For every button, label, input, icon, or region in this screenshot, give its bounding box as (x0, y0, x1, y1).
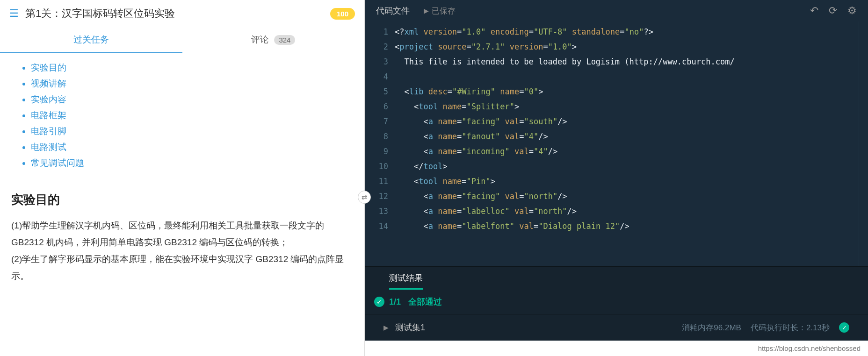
minimap[interactable] (859, 21, 868, 266)
level-title: 第1关：汉字国标码转区位码实验 (25, 7, 330, 21)
test-set-name: 测试集1 (395, 322, 425, 333)
result-meta: 消耗内存96.2MB 代码执行时长：2.13秒 ✓ (682, 322, 849, 333)
undo-icon[interactable]: ↶ (810, 5, 818, 17)
tab-comments[interactable]: 评论 324 (182, 27, 365, 53)
code-line: This file is intended to be loaded by Lo… (395, 54, 859, 69)
pass-status: 全部通过 (408, 296, 442, 307)
toc-list: 实验目的视频讲解实验内容电路框架电路引脚电路测试常见调试问题 (11, 62, 353, 169)
task-header: ☰ 第1关：汉字国标码转区位码实验 100 (0, 0, 364, 27)
editor-panel: 代码文件 已保存 ↶ ⟳ ⚙ 1234567891011121314 <?xml… (365, 0, 868, 356)
task-tabs: 过关任务 评论 324 (0, 27, 364, 53)
code-line: <project source="2.7.1" version="1.0"> (395, 39, 859, 54)
chevron-right-icon: ▶ (383, 324, 389, 331)
row-check-icon: ✓ (839, 322, 849, 333)
line-number: 8 (365, 129, 395, 144)
toc-link[interactable]: 电路引脚 (31, 126, 66, 136)
toc-item: 电路引脚 (31, 125, 353, 137)
editor-header: 代码文件 已保存 ↶ ⟳ ⚙ (365, 0, 868, 21)
check-icon: ✓ (374, 297, 384, 307)
refresh-icon[interactable]: ⟳ (829, 5, 837, 17)
toc-item: 视频讲解 (31, 78, 353, 90)
code-line: </tool> (395, 159, 859, 174)
toc-link[interactable]: 实验内容 (31, 94, 66, 104)
code-line: <tool name="Splitter"> (395, 99, 859, 114)
line-number: 4 (365, 69, 395, 84)
toc-item: 电路框架 (31, 109, 353, 121)
result-summary: ✓ 1/1 全部通过 (365, 290, 868, 314)
line-gutter: 1234567891011121314 (365, 21, 395, 266)
collapse-handle-icon[interactable]: ⇄ (358, 191, 371, 204)
toc-item: 实验目的 (31, 62, 353, 74)
line-number: 9 (365, 144, 395, 159)
task-panel: ☰ 第1关：汉字国标码转区位码实验 100 过关任务 评论 324 实验目的视频… (0, 0, 365, 356)
line-number: 6 (365, 99, 395, 114)
toc-link[interactable]: 电路测试 (31, 142, 66, 152)
score-badge: 100 (330, 8, 355, 20)
line-number: 14 (365, 219, 395, 234)
code-line: <?xml version="1.0" encoding="UTF-8" sta… (395, 24, 859, 39)
test-set-row[interactable]: ▶ 测试集1 消耗内存96.2MB 代码执行时长：2.13秒 ✓ (365, 314, 868, 341)
memory-usage: 消耗内存96.2MB (682, 322, 741, 333)
toc-link[interactable]: 视频讲解 (31, 78, 66, 88)
line-number: 1 (365, 24, 395, 39)
toc-item: 电路测试 (31, 141, 353, 153)
tab-comments-label: 评论 (251, 35, 269, 44)
exec-time: 代码执行时长：2.13秒 (751, 322, 830, 333)
pass-count: 1/1 (389, 297, 401, 307)
toc-link[interactable]: 电路框架 (31, 110, 66, 120)
task-content[interactable]: 实验目的视频讲解实验内容电路框架电路引脚电路测试常见调试问题 实验目的 (1)帮… (0, 53, 364, 356)
code-area[interactable]: <?xml version="1.0" encoding="UTF-8" sta… (395, 21, 859, 266)
file-title: 代码文件 (376, 5, 410, 16)
code-line: <a name="incoming" val="4"/> (395, 144, 859, 159)
settings-icon[interactable]: ⚙ (847, 5, 857, 17)
line-number: 7 (365, 114, 395, 129)
code-line: <a name="fanout" val="4"/> (395, 129, 859, 144)
code-line: <a name="facing" val="south"/> (395, 114, 859, 129)
line-number: 10 (365, 159, 395, 174)
editor-area[interactable]: 1234567891011121314 <?xml version="1.0" … (365, 21, 868, 266)
comments-count-badge: 324 (274, 35, 295, 45)
code-line: <a name="labelloc" val="north"/> (395, 204, 859, 219)
header-tools: ↶ ⟳ ⚙ (810, 5, 857, 17)
tab-task[interactable]: 过关任务 (0, 27, 182, 53)
tab-test-results[interactable]: 测试结果 (389, 272, 423, 290)
results-panel: 测试结果 ✓ 1/1 全部通过 ▶ 测试集1 消耗内存96.2MB 代码执行时长… (365, 266, 868, 356)
section-body: (1)帮助学生理解汉字机内码、区位码，最终能利用相关工具批量获取一段文字的 GB… (11, 217, 353, 285)
code-line: <lib desc="#Wiring" name="0"> (395, 84, 859, 99)
toc-item: 实验内容 (31, 93, 353, 106)
footer-url: https://blog.csdn.net/shenbossed (365, 341, 868, 356)
code-line: <a name="facing" val="north"/> (395, 189, 859, 204)
toc-link[interactable]: 常见调试问题 (31, 158, 84, 168)
toc-link[interactable]: 实验目的 (31, 63, 66, 72)
line-number: 5 (365, 84, 395, 99)
code-line: <a name="labelfont" val="Dialog plain 12… (395, 219, 859, 234)
line-number: 2 (365, 39, 395, 54)
saved-indicator: 已保存 (424, 6, 456, 16)
section-title: 实验目的 (11, 192, 353, 208)
line-number: 13 (365, 204, 395, 219)
line-number: 3 (365, 54, 395, 69)
result-tabs: 测试结果 (365, 267, 868, 290)
code-line: <tool name="Pin"> (395, 174, 859, 189)
code-line (395, 69, 859, 84)
line-number: 11 (365, 174, 395, 189)
toc-item: 常见调试问题 (31, 157, 353, 169)
menu-icon[interactable]: ☰ (9, 7, 19, 20)
